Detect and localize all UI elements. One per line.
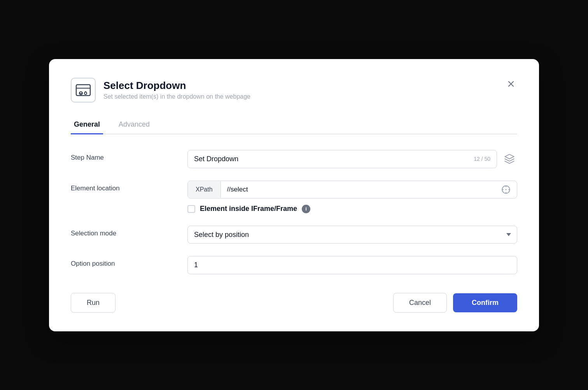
- select-wrapper: Select by position Select by value Selec…: [187, 226, 517, 244]
- option-position-row: Option position: [71, 256, 517, 274]
- modal-dialog: Select Dropdown Set selected item(s) in …: [49, 59, 539, 331]
- iframe-row: Element inside IFrame/Frame i: [187, 205, 517, 213]
- step-name-input[interactable]: [188, 150, 474, 168]
- char-count: 12 / 50: [474, 156, 497, 162]
- xpath-input[interactable]: [221, 181, 498, 198]
- option-position-label: Option position: [71, 256, 187, 268]
- target-svg: [501, 185, 511, 195]
- modal-header-text: Select Dropdown Set selected item(s) in …: [103, 80, 250, 100]
- close-button[interactable]: [505, 78, 517, 90]
- info-icon[interactable]: i: [302, 205, 310, 213]
- step-name-label: Step Name: [71, 150, 187, 162]
- confirm-button[interactable]: Confirm: [453, 293, 517, 312]
- selection-mode-select[interactable]: Select by position Select by value Selec…: [187, 226, 517, 244]
- selection-mode-control: Select by position Select by value Selec…: [187, 226, 517, 244]
- step-name-input-container: 12 / 50: [187, 150, 497, 168]
- run-button[interactable]: Run: [71, 293, 116, 313]
- tabs-container: General Advanced: [71, 115, 517, 134]
- tab-general[interactable]: General: [71, 116, 103, 134]
- svg-point-4: [84, 92, 87, 94]
- element-location-row: Element location XPath: [71, 181, 517, 213]
- dropdown-icon: [75, 82, 91, 98]
- footer-right: Cancel Confirm: [393, 293, 517, 313]
- svg-point-7: [505, 189, 506, 190]
- svg-rect-0: [76, 85, 90, 96]
- modal-overlay: Select Dropdown Set selected item(s) in …: [0, 0, 588, 390]
- cube-icon[interactable]: [502, 151, 517, 167]
- modal-subtitle: Set selected item(s) in the dropdown on …: [103, 93, 250, 100]
- option-position-input[interactable]: [187, 256, 517, 274]
- modal-footer: Run Cancel Confirm: [71, 293, 517, 313]
- option-position-control: [187, 256, 517, 274]
- element-location-label: Element location: [71, 181, 187, 192]
- tab-advanced[interactable]: Advanced: [116, 116, 153, 134]
- cancel-button[interactable]: Cancel: [393, 293, 447, 313]
- modal-header: Select Dropdown Set selected item(s) in …: [71, 78, 517, 103]
- modal-icon: [71, 78, 96, 103]
- xpath-container: XPath: [187, 181, 517, 198]
- close-icon: [506, 79, 516, 89]
- target-icon[interactable]: [498, 182, 514, 197]
- modal-header-left: Select Dropdown Set selected item(s) in …: [71, 78, 250, 103]
- selection-mode-label: Selection mode: [71, 226, 187, 237]
- step-name-row: Step Name 12 / 50: [71, 150, 517, 168]
- modal-title: Select Dropdown: [103, 80, 250, 92]
- selection-mode-row: Selection mode Select by position Select…: [71, 226, 517, 244]
- iframe-checkbox[interactable]: [187, 205, 195, 213]
- step-name-control: 12 / 50: [187, 150, 517, 168]
- cube-svg: [504, 153, 515, 164]
- step-name-wrapper: 12 / 50: [187, 150, 517, 168]
- iframe-label: Element inside IFrame/Frame: [200, 205, 297, 213]
- xpath-badge: XPath: [188, 181, 221, 198]
- element-location-control: XPath: [187, 181, 517, 213]
- element-location-inner: XPath: [187, 181, 517, 213]
